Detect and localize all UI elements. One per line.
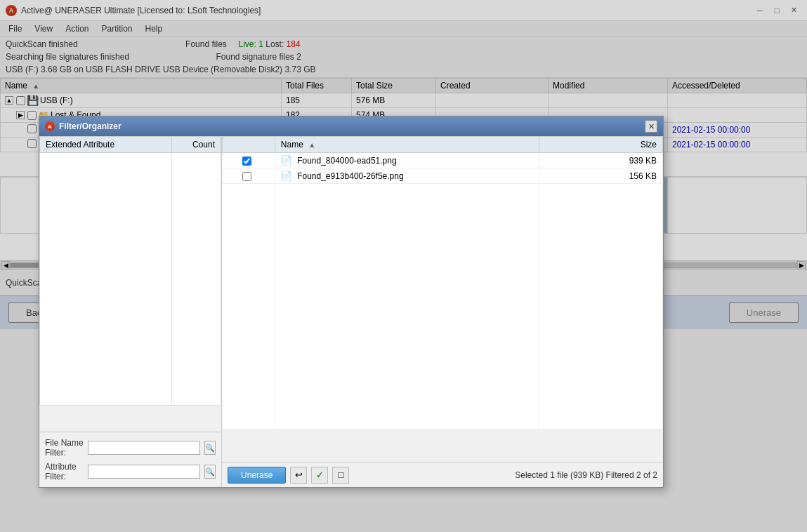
attr-row-empty — [40, 153, 221, 406]
file-row[interactable]: 📄 Found_804000-ead51.png 939 KB — [223, 153, 663, 168]
dialog-attribute-search-button[interactable]: 🔍 — [204, 465, 216, 479]
attribute-filter-row: Attribute Filter: 🔍 — [45, 462, 216, 481]
dialog-bottom-left: Unerase ↩ ✓ □ — [228, 467, 349, 484]
filter-organizer-dialog: A Filter/Organizer ✕ Extended Attribute … — [39, 116, 664, 488]
dialog-status-text: Selected 1 file (939 KB) Filtered 2 of 2 — [515, 470, 657, 480]
dialog-close-button[interactable]: ✕ — [645, 120, 657, 133]
file-name-filter-row: File Name Filter: 🔍 — [45, 438, 216, 458]
file-row[interactable]: 📄 Found_e913b400-26f5e.png 156 KB — [223, 168, 663, 184]
files-list-container: Name ▲ Size — [222, 136, 663, 462]
file-checkbox[interactable] — [242, 172, 251, 181]
file-row-empty — [223, 184, 663, 430]
dialog-body: Extended Attribute Count — [39, 136, 663, 487]
modal-overlay: A Filter/Organizer ✕ Extended Attribute … — [0, 0, 807, 532]
dialog-bottom-bar: Unerase ↩ ✓ □ Selected 1 file (939 KB) F… — [222, 462, 663, 487]
dialog-title-bar: A Filter/Organizer ✕ — [39, 117, 663, 136]
files-col-size: Size — [539, 137, 662, 153]
file-icon: 📄 — [281, 171, 292, 181]
dialog-unerase-button[interactable]: Unerase — [228, 467, 286, 484]
files-col-name: Name ▲ — [275, 137, 539, 153]
dialog-icon: A — [45, 121, 55, 131]
attr-col-count: Count — [171, 137, 221, 153]
dialog-left-filters: File Name Filter: 🔍 Attribute Filter: 🔍 — [39, 432, 221, 487]
dialog-left-panel: Extended Attribute Count — [39, 136, 222, 487]
file-name-filter-row-label: File Name Filter: — [45, 438, 84, 458]
attr-table-container: Extended Attribute Count — [39, 136, 221, 432]
dialog-file-name-filter-input[interactable] — [88, 441, 200, 455]
dialog-uncheck-button[interactable]: □ — [332, 467, 349, 484]
file-checkbox[interactable] — [242, 157, 251, 166]
files-col-check — [223, 137, 275, 153]
attribute-filter-row-label: Attribute Filter: — [45, 462, 84, 481]
dialog-check-button[interactable]: ✓ — [311, 467, 328, 484]
dialog-file-name-search-button[interactable]: 🔍 — [204, 441, 216, 455]
dialog-title: A Filter/Organizer — [45, 121, 122, 131]
attr-table: Extended Attribute Count — [39, 136, 221, 406]
dialog-restore-button[interactable]: ↩ — [290, 467, 307, 484]
attr-col-name: Extended Attribute — [40, 137, 172, 153]
file-icon: 📄 — [281, 155, 292, 166]
dialog-right-panel: Name ▲ Size — [222, 136, 663, 487]
dialog-attribute-filter-input[interactable] — [88, 465, 200, 479]
files-table: Name ▲ Size — [222, 136, 663, 430]
